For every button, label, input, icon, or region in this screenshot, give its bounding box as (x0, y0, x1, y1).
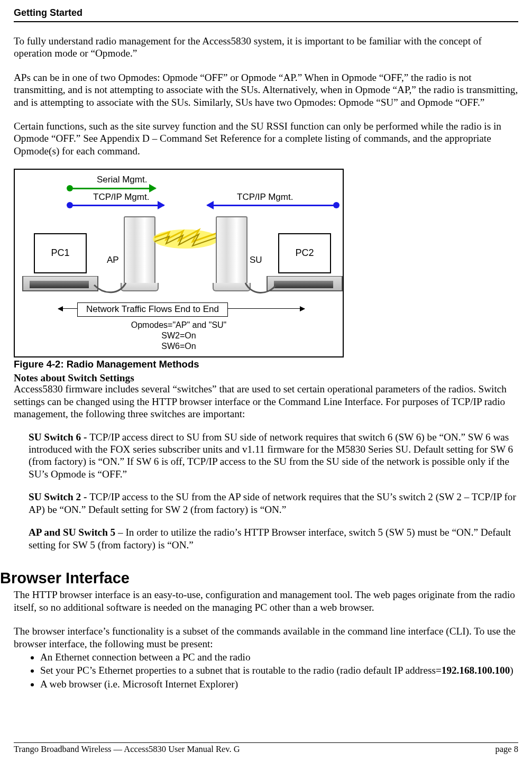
opmodes-label: Opmodes="AP" and "SU" (15, 320, 343, 330)
sw6-text: TCP/IP access direct to SU from SU side … (29, 432, 513, 480)
radio-management-diagram: Serial Mgmt. TCP/IP Mgmt. TCP/IP Mgmt. P… (14, 169, 344, 357)
sw2-lead: SU Switch 2 - (29, 491, 89, 502)
serial-mgmt-arrow (70, 188, 155, 189)
requirement-item: Set your PC’s Ethernet properties to a s… (40, 664, 518, 677)
req2-ip: 192.168.100.100 (442, 665, 510, 676)
intro-para-2: APs can be in one of two Opmodes: Opmode… (14, 71, 518, 108)
footer-right: page 8 (495, 744, 518, 755)
serial-mgmt-label: Serial Mgmt. (97, 175, 147, 186)
sw6-label: SW6=On (15, 341, 343, 352)
pc1-label: PC1 (35, 234, 86, 272)
tcpip-left-arrow (70, 205, 164, 206)
pc2-label: PC2 (279, 234, 330, 272)
ap-radio (124, 216, 155, 287)
notes-intro: Access5830 firmware includes several “sw… (14, 383, 518, 420)
su-radio (216, 216, 247, 287)
req2-post: ) (510, 665, 513, 676)
pc2-device: PC2 (267, 233, 341, 291)
intro-para-3: Certain functions, such as the site surv… (14, 120, 518, 157)
requirements-list: An Ethernet connection between a PC and … (40, 651, 518, 691)
page: Getting Started To fully understand radi… (0, 0, 532, 762)
su-label: SU (250, 255, 262, 266)
browser-interface-heading: Browser Interface (0, 569, 518, 587)
sw2-text: TCP/IP access to the SU from the AP side… (29, 491, 516, 515)
intro-para-1: To fully understand radio management for… (14, 35, 518, 60)
requirement-item: An Ethernet connection between a PC and … (40, 651, 518, 664)
tcpip-left-label: TCP/IP Mgmt. (93, 192, 149, 203)
sw2-label: SW2=On (15, 330, 343, 341)
footer-left: Trango Broadband Wireless — Access5830 U… (14, 744, 240, 755)
notes-heading: Notes about Switch Settings (14, 372, 518, 384)
browser-para-1: The HTTP browser interface is an easy-to… (14, 589, 518, 613)
requirement-item: A web browser (i.e. Microsoft Internet E… (40, 678, 518, 691)
browser-para-2: The browser interface’s functionality is… (14, 625, 518, 650)
su-switch-6-block: SU Switch 6 - TCP/IP access direct to SU… (29, 431, 518, 481)
traffic-label: Network Traffic Flows End to End (77, 302, 228, 317)
sw6-lead: SU Switch 6 - (29, 432, 89, 443)
tcpip-right-arrow (207, 205, 336, 206)
su-switch-2-block: SU Switch 2 - TCP/IP access to the SU fr… (29, 491, 518, 516)
header-rule (14, 21, 518, 22)
rf-link-icon (151, 226, 220, 252)
page-footer: Trango Broadband Wireless — Access5830 U… (14, 742, 518, 755)
req2-pre: Set your PC’s Ethernet properties to a s… (40, 665, 442, 676)
sw5-lead: AP and SU Switch 5 (29, 527, 115, 538)
pc1-device: PC1 (22, 233, 96, 291)
figure-caption: Figure 4-2: Radio Management Methods (14, 359, 518, 371)
tcpip-right-label: TCP/IP Mgmt. (237, 192, 293, 203)
running-header: Getting Started (14, 7, 518, 20)
ap-label: AP (107, 255, 119, 266)
ap-su-switch-5-block: AP and SU Switch 5 – In order to utilize… (29, 526, 518, 551)
